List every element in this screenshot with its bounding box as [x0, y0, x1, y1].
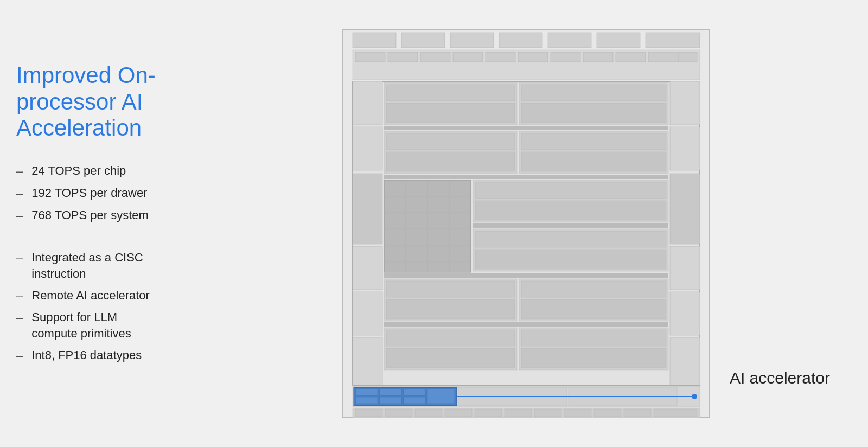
svg-rect-44: [521, 133, 666, 150]
svg-rect-6: [597, 33, 640, 48]
bullet-group-2: – Integrated as a CISCinstruction – Remo…: [16, 250, 184, 369]
dash-icon: –: [16, 288, 23, 304]
annotation-line: AI accelerator: [723, 369, 830, 387]
bullet-text: Remote AI accelerator: [31, 288, 184, 304]
svg-rect-43: [386, 152, 515, 171]
svg-rect-31: [670, 292, 700, 335]
svg-rect-70: [384, 322, 668, 327]
svg-rect-81: [404, 389, 425, 395]
svg-rect-83: [380, 397, 401, 404]
main-title: Improved On-processor AIAcceleration: [16, 62, 184, 141]
bullet-groups: – 24 TOPS per chip – 192 TOPS per drawer…: [16, 163, 184, 384]
svg-rect-90: [355, 409, 382, 417]
svg-rect-93: [445, 409, 472, 417]
svg-rect-28: [670, 127, 700, 170]
svg-rect-7: [646, 33, 700, 48]
list-item: – Integrated as a CISCinstruction: [16, 250, 184, 282]
svg-rect-97: [564, 409, 591, 417]
svg-rect-13: [486, 52, 515, 62]
svg-rect-35: [386, 85, 515, 101]
bullet-text: Int8, FP16 datatypes: [31, 347, 184, 363]
svg-rect-3: [450, 33, 494, 48]
svg-rect-98: [594, 409, 621, 417]
bullet-text: Support for LLMcompute primitives: [31, 309, 184, 341]
svg-rect-85: [427, 389, 455, 404]
svg-rect-95: [505, 409, 532, 417]
svg-rect-59: [473, 224, 668, 228]
left-panel: Improved On-processor AIAcceleration – 2…: [0, 0, 201, 447]
bullet-text: Integrated as a CISCinstruction: [31, 250, 184, 282]
svg-rect-17: [616, 52, 646, 62]
svg-rect-2: [401, 33, 445, 48]
svg-rect-99: [624, 409, 651, 417]
svg-rect-82: [356, 397, 378, 404]
bullet-text: 24 TOPS per chip: [31, 163, 184, 179]
svg-rect-25: [353, 292, 382, 335]
svg-rect-32: [670, 337, 700, 385]
svg-rect-66: [386, 281, 515, 297]
svg-rect-74: [386, 348, 515, 368]
svg-rect-21: [353, 81, 382, 125]
bullet-text: 192 TOPS per drawer: [31, 185, 184, 201]
list-item: – Int8, FP16 datatypes: [16, 347, 184, 364]
svg-rect-29: [670, 174, 700, 244]
svg-rect-37: [521, 85, 666, 101]
svg-rect-68: [521, 281, 666, 297]
svg-rect-15: [551, 52, 580, 62]
chip-image: AI accelerator: [342, 28, 711, 419]
bullet-group-1: – 24 TOPS per chip – 192 TOPS per drawer…: [16, 163, 184, 229]
right-panel: AI accelerator: [201, 0, 868, 447]
list-item: – 24 TOPS per chip: [16, 163, 184, 180]
svg-rect-39: [384, 126, 668, 130]
svg-rect-26: [353, 337, 382, 385]
svg-rect-58: [475, 201, 666, 220]
dash-icon: –: [16, 348, 23, 364]
svg-rect-30: [670, 246, 700, 290]
svg-rect-76: [521, 348, 666, 368]
svg-rect-9: [355, 52, 385, 62]
svg-rect-5: [548, 33, 591, 48]
list-item: – Support for LLMcompute primitives: [16, 309, 184, 341]
dash-icon: –: [16, 163, 23, 180]
svg-point-101: [692, 394, 697, 399]
svg-rect-57: [475, 182, 666, 199]
svg-rect-45: [521, 152, 666, 171]
dash-icon: –: [16, 186, 23, 202]
svg-rect-4: [499, 33, 542, 48]
svg-rect-73: [386, 330, 515, 346]
svg-rect-18: [648, 52, 678, 62]
svg-rect-84: [404, 397, 425, 404]
svg-rect-80: [380, 389, 401, 395]
list-item: – 192 TOPS per drawer: [16, 185, 184, 202]
svg-rect-10: [388, 52, 418, 62]
chip-diagram: [342, 28, 711, 419]
svg-rect-12: [453, 52, 483, 62]
svg-rect-67: [386, 299, 515, 319]
svg-rect-23: [353, 174, 382, 244]
svg-rect-11: [420, 52, 450, 62]
svg-rect-61: [475, 231, 666, 247]
svg-rect-92: [415, 409, 442, 417]
svg-rect-22: [353, 127, 382, 170]
svg-rect-19: [678, 52, 697, 62]
svg-rect-38: [521, 103, 666, 123]
svg-rect-79: [356, 389, 378, 395]
svg-rect-91: [385, 409, 412, 417]
annotation-label: AI accelerator: [730, 369, 830, 387]
svg-rect-36: [386, 103, 515, 123]
svg-rect-46: [384, 175, 668, 179]
chip-container: AI accelerator: [342, 28, 711, 419]
svg-rect-69: [521, 299, 666, 319]
svg-rect-24: [353, 246, 382, 290]
svg-rect-16: [583, 52, 613, 62]
bullet-text: 768 TOPS per system: [31, 207, 184, 224]
svg-rect-14: [518, 52, 548, 62]
svg-rect-27: [670, 81, 700, 125]
svg-rect-75: [521, 330, 666, 346]
dash-icon: –: [16, 250, 23, 266]
svg-rect-62: [475, 250, 666, 269]
svg-rect-1: [353, 33, 396, 48]
svg-rect-100: [654, 409, 697, 417]
list-item: – 768 TOPS per system: [16, 207, 184, 224]
svg-rect-63: [384, 273, 668, 278]
